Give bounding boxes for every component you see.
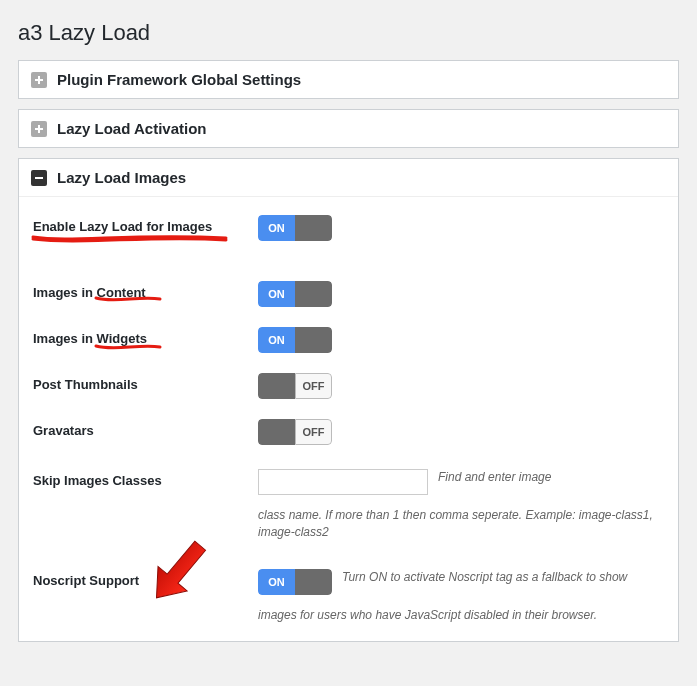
panel-images-body: Enable Lazy Load for Images ON Images in… [19,196,678,641]
toggle-on-label: ON [258,215,295,241]
row-noscript: Noscript Support ON Turn ON to activate … [19,555,678,638]
label-images-content: Images in Content [33,281,258,300]
row-gravatars: Gravatars OFF [19,409,678,455]
panel-activation-title: Lazy Load Activation [57,120,206,137]
collapse-icon [31,170,47,186]
row-enable-images: Enable Lazy Load for Images ON [19,201,678,255]
help-noscript-block: images for users who have JavaScript dis… [258,607,664,624]
label-images-widgets: Images in Widgets [33,327,258,346]
label-enable-images: Enable Lazy Load for Images [33,215,258,234]
toggle-handle [295,281,332,307]
toggle-noscript[interactable]: ON [258,569,332,595]
row-images-content: Images in Content ON [19,255,678,317]
panel-activation-header[interactable]: Lazy Load Activation [19,110,678,147]
toggle-handle [295,327,332,353]
label-noscript: Noscript Support [33,569,258,588]
help-skip-classes-inline: Find and enter image [438,469,664,486]
panel-images-header[interactable]: Lazy Load Images [19,159,678,196]
toggle-handle [258,373,295,399]
page-title: a3 Lazy Load [18,10,679,60]
panel-framework-title: Plugin Framework Global Settings [57,71,301,88]
toggle-handle [295,569,332,595]
toggle-handle [295,215,332,241]
toggle-post-thumbnails[interactable]: OFF [258,373,332,399]
panel-activation: Lazy Load Activation [18,109,679,148]
row-images-widgets: Images in Widgets ON [19,317,678,363]
expand-icon [31,72,47,88]
expand-icon [31,121,47,137]
toggle-images-widgets[interactable]: ON [258,327,332,353]
label-post-thumbnails: Post Thumbnails [33,373,258,392]
panel-framework-header[interactable]: Plugin Framework Global Settings [19,61,678,98]
toggle-off-label: OFF [295,373,332,399]
toggle-handle [258,419,295,445]
toggle-images-content[interactable]: ON [258,281,332,307]
toggle-on-label: ON [258,281,295,307]
panel-images: Lazy Load Images Enable Lazy Load for Im… [18,158,679,642]
toggle-enable-images[interactable]: ON [258,215,332,241]
panel-framework: Plugin Framework Global Settings [18,60,679,99]
toggle-off-label: OFF [295,419,332,445]
toggle-on-label: ON [258,569,295,595]
toggle-gravatars[interactable]: OFF [258,419,332,445]
row-post-thumbnails: Post Thumbnails OFF [19,363,678,409]
panel-images-title: Lazy Load Images [57,169,186,186]
svg-rect-0 [35,177,43,179]
help-skip-classes-block: class name. If more than 1 then comma se… [258,507,664,541]
label-gravatars: Gravatars [33,419,258,438]
help-noscript-inline: Turn ON to activate Noscript tag as a fa… [342,569,664,586]
toggle-on-label: ON [258,327,295,353]
label-skip-classes: Skip Images Classes [33,469,258,488]
row-skip-classes: Skip Images Classes Find and enter image… [19,455,678,555]
input-skip-classes[interactable] [258,469,428,495]
